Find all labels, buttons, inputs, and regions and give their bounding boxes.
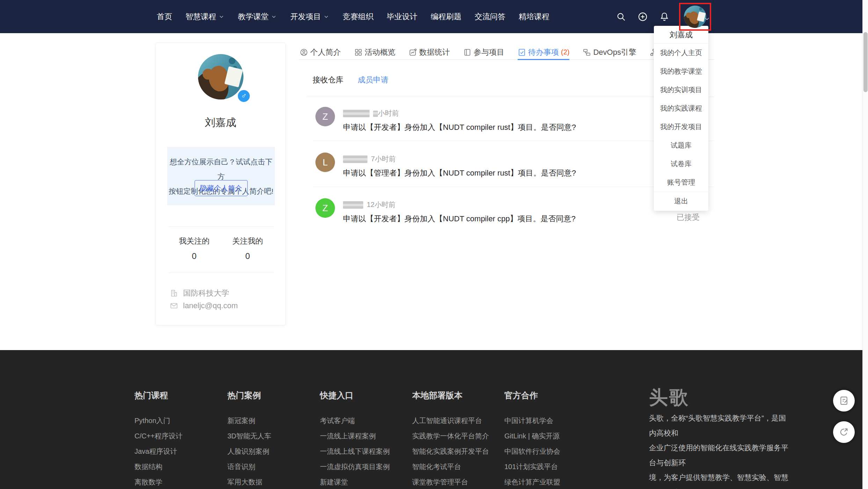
grid-icon bbox=[354, 48, 363, 57]
nav-item-dev-projects[interactable]: 开发项目 bbox=[290, 12, 329, 22]
menu-item-my-homepage[interactable]: 我的个人主页 bbox=[654, 44, 708, 62]
footer-col-official-partners: 官方合作 中国计算机学会 GitLink | 确实开源 中国软件行业协会 101… bbox=[504, 390, 560, 489]
requester-avatar[interactable]: Z bbox=[315, 198, 335, 218]
plus-circle-icon[interactable] bbox=[638, 12, 648, 22]
request-status-accepted: 已接受 bbox=[677, 212, 700, 223]
nav-item-competitions[interactable]: 竞赛组织 bbox=[343, 12, 373, 22]
footer-col-quick-entry: 快捷入口 考试客户端 一流线上课程案例 一流线上线下课程案例 一流虚拟仿真项目案… bbox=[320, 390, 390, 489]
footer-link[interactable]: 课堂教学管理平台 bbox=[412, 479, 489, 486]
user-avatar-highlight-box bbox=[679, 3, 711, 31]
footer-link[interactable]: 新建课堂 bbox=[320, 479, 390, 486]
following-stat[interactable]: 我关注的 0 bbox=[168, 236, 220, 261]
tab-joined-projects[interactable]: 参与项目 bbox=[463, 45, 504, 60]
footer-link[interactable]: Java程序设计 bbox=[134, 448, 183, 455]
project-icon bbox=[463, 48, 472, 57]
chevron-down-icon bbox=[323, 14, 329, 20]
hide-bio-button[interactable]: 隐藏个人简介 bbox=[195, 180, 248, 196]
requester-avatar[interactable]: L bbox=[315, 153, 335, 172]
feedback-button[interactable] bbox=[833, 390, 855, 412]
nav-item-coding-practice[interactable]: 编程刷题 bbox=[431, 12, 461, 22]
vertical-scrollbar[interactable] bbox=[862, 0, 868, 489]
footer-link[interactable]: 人工智能通识课程平台 bbox=[412, 417, 489, 424]
footer-link[interactable]: 一流线上线下课程案例 bbox=[320, 448, 390, 455]
nav-item-qa[interactable]: 交流问答 bbox=[475, 12, 505, 22]
footer-col-hot-courses: 热门课程 Python入门 C/C++程序设计 Java程序设计 数据结构 离散… bbox=[134, 390, 183, 489]
request-meta: 12小时前 bbox=[343, 200, 395, 209]
tab-label: 活动概览 bbox=[365, 47, 395, 58]
avatar[interactable] bbox=[684, 6, 706, 28]
footer-link[interactable]: 绿色计算产业联盟 bbox=[504, 479, 560, 486]
menu-item-my-training[interactable]: 我的实训项目 bbox=[654, 81, 708, 99]
search-icon[interactable] bbox=[616, 12, 626, 22]
footer-link[interactable]: 数据结构 bbox=[134, 463, 183, 470]
request-time: 12小时前 bbox=[367, 200, 395, 209]
user-dropdown-menu: 刘嘉成 我的个人主页 我的教学课堂 我的实训项目 我的实践课程 我的开发项目 试… bbox=[654, 26, 708, 211]
footer-link[interactable]: 人脸识别案例 bbox=[227, 448, 271, 455]
nav-menu: 首页 智慧课程 教学课堂 开发项目 竞赛组织 毕业设计 编程刷题 交流问答 精培… bbox=[157, 0, 549, 33]
nav-item-premium-courses[interactable]: 精培课程 bbox=[519, 12, 549, 22]
touge-logo: 头歌 bbox=[649, 385, 690, 410]
nav-label: 毕业设计 bbox=[387, 12, 417, 22]
footer-link[interactable]: GitLink | 确实开源 bbox=[504, 432, 560, 439]
menu-item-my-teaching[interactable]: 我的教学课堂 bbox=[654, 62, 708, 81]
page: 首页 智慧课程 教学课堂 开发项目 竞赛组织 毕业设计 编程刷题 交流问答 精培… bbox=[0, 0, 868, 489]
footer-link[interactable]: 智能化实践案例开发平台 bbox=[412, 448, 489, 455]
devops-icon bbox=[583, 48, 591, 57]
footer-link[interactable]: 军用大数据 bbox=[227, 479, 271, 486]
email-address: laneljc@qq.com bbox=[183, 301, 238, 310]
nav-label: 教学课堂 bbox=[238, 12, 269, 22]
profile-name: 刘嘉成 bbox=[156, 116, 285, 130]
footer-link[interactable]: 中国软件行业协会 bbox=[504, 448, 560, 455]
menu-item-paper-bank[interactable]: 试卷库 bbox=[654, 155, 708, 173]
profile-avatar[interactable] bbox=[198, 54, 243, 99]
tab-personal-intro[interactable]: 个人简介 bbox=[300, 45, 341, 60]
menu-item-logout[interactable]: 退出 bbox=[654, 192, 708, 210]
footer-link[interactable]: 实践教学一体化平台简介 bbox=[412, 432, 489, 439]
nav-item-home[interactable]: 首页 bbox=[157, 12, 172, 22]
menu-item-my-practice-courses[interactable]: 我的实践课程 bbox=[654, 99, 708, 118]
top-navbar: 首页 智慧课程 教学课堂 开发项目 竞赛组织 毕业设计 编程刷题 交流问答 精培… bbox=[0, 0, 862, 33]
footer-link[interactable]: 离散数学 bbox=[134, 479, 183, 486]
footer-link[interactable]: 新冠案例 bbox=[227, 417, 271, 424]
male-gender-badge: ♂ bbox=[237, 89, 251, 103]
menu-item-account-settings[interactable]: 账号管理 bbox=[654, 173, 708, 192]
footer-link[interactable]: 一流线上课程案例 bbox=[320, 432, 390, 439]
requester-avatar[interactable]: Z bbox=[315, 107, 335, 126]
footer-col-hot-cases: 热门案例 新冠案例 3D智能无人车 人脸识别案例 语音识别 军用大数据 bbox=[227, 390, 271, 489]
tab-label: DevOps引擎 bbox=[593, 47, 636, 58]
footer-link[interactable]: 考试客户端 bbox=[320, 417, 390, 424]
share-button[interactable] bbox=[833, 421, 855, 443]
footer-link[interactable]: 语音识别 bbox=[227, 463, 271, 470]
share-arrow-icon bbox=[839, 427, 849, 437]
subtab-received-repos[interactable]: 接收仓库 bbox=[313, 75, 343, 85]
scrollbar-thumb[interactable] bbox=[863, 32, 868, 92]
chevron-down-icon bbox=[218, 14, 225, 20]
menu-item-question-bank[interactable]: 试题库 bbox=[654, 136, 708, 155]
tab-data-statistics[interactable]: 数据统计 bbox=[409, 45, 450, 60]
nav-item-smart-courses[interactable]: 智慧课程 bbox=[185, 12, 225, 22]
tab-devops-engine[interactable]: DevOps引擎 bbox=[583, 45, 636, 60]
active-tab-underline bbox=[518, 59, 569, 60]
school-name: 国防科技大学 bbox=[183, 288, 229, 298]
menu-item-my-dev-projects[interactable]: 我的开发项目 bbox=[654, 118, 708, 136]
nav-label: 首页 bbox=[157, 12, 172, 22]
footer-link[interactable]: C/C++程序设计 bbox=[134, 432, 183, 439]
request-message: 申请以【开发者】身份加入【NUDT compiler rust】项目。是否同意? bbox=[343, 122, 576, 133]
tab-activity-overview[interactable]: 活动概览 bbox=[354, 45, 395, 60]
subtab-member-applications[interactable]: 成员申请 bbox=[358, 75, 388, 85]
bell-icon[interactable] bbox=[659, 12, 669, 22]
followers-stat[interactable]: 关注我的 0 bbox=[221, 236, 274, 261]
footer-link[interactable]: 智能化考试平台 bbox=[412, 463, 489, 470]
footer-link[interactable]: 中国计算机学会 bbox=[504, 417, 560, 424]
nav-item-teaching-classroom[interactable]: 教学课堂 bbox=[238, 12, 277, 22]
nav-item-graduation-design[interactable]: 毕业设计 bbox=[387, 12, 417, 22]
footer-link[interactable]: 3D智能无人车 bbox=[227, 432, 271, 439]
request-time: 7小时前 bbox=[371, 154, 396, 164]
footer-link[interactable]: 一流虚拟仿真项目案例 bbox=[320, 463, 390, 470]
tab-todo-items[interactable]: 待办事项 (2) bbox=[518, 45, 569, 60]
footer-col-local-deploy: 本地部署版本 人工智能通识课程平台 实践教学一体化平台简介 智能化实践案例开发平… bbox=[412, 390, 489, 489]
footer-link[interactable]: 101计划实践平台 bbox=[504, 463, 560, 470]
tab-label: 个人简介 bbox=[310, 47, 341, 58]
footer-link[interactable]: Python入门 bbox=[134, 417, 183, 424]
chevron-down-icon[interactable] bbox=[703, 15, 710, 22]
